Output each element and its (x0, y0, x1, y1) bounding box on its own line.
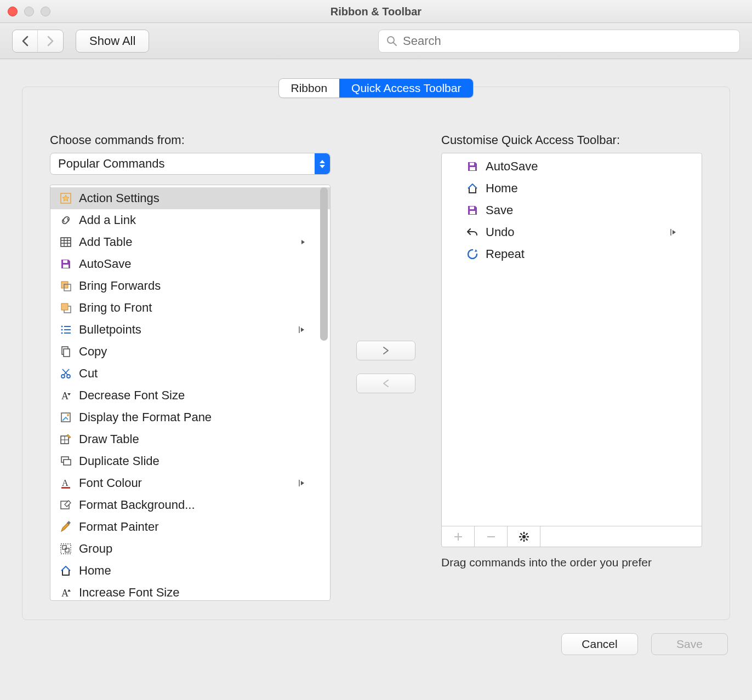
table-icon (58, 234, 73, 250)
nav-back-forward (12, 30, 64, 53)
list-item[interactable]: Add Table (50, 231, 330, 253)
list-item[interactable]: Add a Link (50, 209, 330, 231)
svg-rect-10 (61, 282, 68, 288)
list-item[interactable]: Undo (457, 221, 702, 243)
svg-line-58 (526, 538, 527, 540)
list-item-label: Display the Format Pane (79, 410, 212, 424)
list-item[interactable]: Format Background... (50, 494, 330, 516)
add-command-button[interactable] (356, 341, 415, 360)
list-item-label: Add a Link (79, 213, 136, 227)
list-item-label: Decrease Font Size (79, 388, 185, 403)
scrollbar-thumb[interactable] (320, 187, 328, 341)
commands-source-value: Popular Commands (58, 157, 164, 171)
list-item[interactable]: Home (457, 177, 702, 199)
list-item[interactable]: Draw Table (50, 428, 330, 450)
tab-ribbon[interactable]: Ribbon (279, 79, 340, 97)
list-item[interactable]: Group (50, 538, 330, 560)
copy-icon (58, 344, 73, 359)
show-all-button[interactable]: Show All (76, 30, 149, 53)
list-item[interactable]: AutoSave (50, 253, 330, 275)
search-box[interactable] (378, 30, 740, 53)
list-item-label: Cut (79, 366, 98, 381)
qat-commands-list[interactable]: AutoSaveHomeSaveUndoRepeat (441, 153, 702, 547)
available-commands-list[interactable]: Action SettingsAdd a LinkAdd TableAutoSa… (50, 185, 331, 601)
list-item-label: Bring to Front (79, 301, 152, 315)
cancel-button[interactable]: Cancel (561, 633, 638, 655)
list-item-label: Format Painter (79, 520, 159, 534)
svg-rect-34 (64, 460, 71, 465)
list-item[interactable]: AIncrease Font Size (50, 582, 330, 601)
main-panel: Ribbon Quick Access Toolbar Choose comma… (22, 87, 730, 620)
list-item-label: Increase Font Size (79, 586, 179, 600)
submenu-arrow-icon (298, 326, 306, 334)
list-item-label: Undo (486, 225, 515, 239)
list-item-label: Group (79, 542, 112, 556)
qat-remove-button[interactable] (475, 526, 508, 547)
qat-add-separator-button[interactable] (442, 526, 475, 547)
svg-line-57 (520, 533, 522, 535)
save-button[interactable]: Save (651, 633, 728, 655)
group-icon (58, 541, 73, 556)
cancel-label: Cancel (582, 638, 617, 651)
nav-forward-button[interactable] (38, 30, 63, 52)
list-item[interactable]: Save (457, 199, 702, 221)
list-item[interactable]: Cut (50, 363, 330, 385)
list-item[interactable]: AutoSave (457, 156, 702, 177)
list-item[interactable]: Bring to Front (50, 297, 330, 319)
select-stepper-icon (315, 153, 330, 174)
list-item[interactable]: Format Painter (50, 516, 330, 538)
list-item[interactable]: Copy (50, 341, 330, 363)
list-item-label: Copy (79, 345, 107, 359)
svg-rect-36 (61, 487, 70, 489)
list-item[interactable]: AFont Colour (50, 472, 330, 494)
list-item[interactable]: Action Settings (50, 187, 330, 209)
list-item[interactable]: Bulletpoints (50, 319, 330, 341)
submenu-arrow-icon (298, 479, 306, 487)
font-inc-icon: A (58, 585, 73, 600)
save-purple-icon (465, 159, 480, 174)
svg-text:A: A (61, 588, 69, 599)
list-item[interactable]: Repeat (457, 243, 702, 265)
list-item-label: Home (79, 564, 111, 578)
choose-commands-label: Choose commands from: (50, 133, 331, 147)
svg-line-60 (520, 538, 522, 540)
show-all-label: Show All (89, 34, 135, 48)
home-icon (58, 563, 73, 578)
svg-rect-42 (65, 548, 69, 552)
list-item[interactable]: ADecrease Font Size (50, 385, 330, 406)
list-item-label: Save (486, 203, 513, 217)
list-item-label: Bulletpoints (79, 323, 141, 337)
draw-table-icon (58, 432, 73, 447)
nav-back-button[interactable] (13, 30, 38, 52)
search-input[interactable] (403, 34, 732, 48)
list-item[interactable]: Bring Forwards (50, 275, 330, 297)
submenu-arrow-icon (300, 239, 306, 245)
paintbrush-icon (58, 519, 73, 535)
customise-qat-label: Customise Quick Access Toolbar: (441, 133, 702, 147)
save-purple-icon (465, 203, 480, 218)
preferences-toolbar: Show All (0, 23, 752, 59)
list-item[interactable]: Duplicate Slide (50, 450, 330, 472)
list-item-label: Draw Table (79, 432, 139, 446)
svg-point-29 (67, 414, 69, 416)
zoom-window-button[interactable] (41, 7, 50, 16)
submenu-arrow-icon (670, 228, 677, 236)
dialog-footer: Cancel Save (0, 620, 752, 668)
title-bar: Ribbon & Toolbar (0, 0, 752, 23)
bring-front-icon (58, 300, 73, 315)
list-item[interactable]: Display the Format Pane (50, 406, 330, 428)
minimize-window-button[interactable] (24, 7, 34, 16)
close-window-button[interactable] (8, 7, 18, 16)
qat-settings-button[interactable] (508, 526, 540, 547)
list-item-label: Home (486, 181, 518, 196)
repeat-icon (465, 246, 480, 262)
tab-quick-access-toolbar[interactable]: Quick Access Toolbar (339, 79, 473, 97)
link-icon (58, 213, 73, 228)
commands-source-select[interactable]: Popular Commands (50, 153, 331, 175)
list-item[interactable]: Home (50, 560, 330, 582)
list-item-label: Duplicate Slide (79, 454, 159, 468)
home-icon (465, 181, 480, 196)
remove-command-button[interactable] (356, 374, 415, 393)
svg-rect-9 (63, 265, 69, 268)
save-purple-icon (58, 256, 73, 272)
